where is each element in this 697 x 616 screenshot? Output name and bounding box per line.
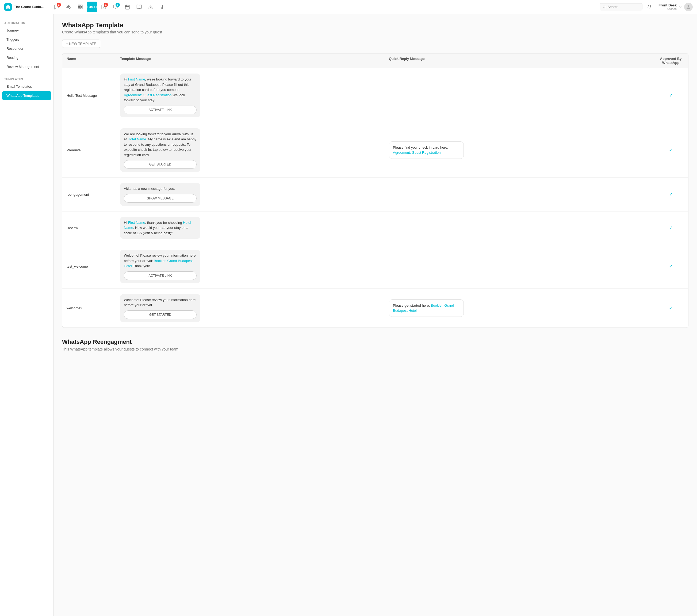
hotel-name: The Grand Budape... [14,5,46,9]
quick-reply-bubble-5: Please get started here: Booklet: Grand … [389,299,464,317]
msg-link-fn[interactable]: First Name [128,221,145,225]
table-row: Review Hi First Name, thank you for choo… [62,211,688,245]
svg-rect-3 [78,7,80,9]
template-name-0: Hello Test Message [66,94,97,97]
message-bubble-2: Akia has a new message for you. SHOW MES… [120,183,200,206]
new-template-button[interactable]: + NEW TEMPLATE [62,40,100,48]
row-name: Prearrival [62,148,116,152]
page-subtitle: Create WhatsApp templates that you can s… [62,30,688,34]
reengagement-title: WhatsApp Reengagment [62,339,688,345]
sidebar-item-triggers[interactable]: Triggers [2,35,51,44]
messages-nav-btn[interactable]: 1 [51,2,62,12]
page-header: WhatsApp Template Create WhatsApp templa… [62,21,688,34]
get-started-btn-5[interactable]: GET STARTED [124,311,196,319]
guests-nav-btn[interactable] [63,2,74,12]
reengagement-section: WhatsApp Reengagment This WhatsApp templ… [62,339,688,351]
quick-link-5[interactable]: Booklet: Grand Budapest Hotel [393,303,454,313]
download-nav-btn[interactable] [146,2,156,12]
sidebar-item-journey[interactable]: Journey [2,26,51,35]
msg-link[interactable]: First Name [128,77,145,81]
logo-icon [4,3,12,11]
th-quick-reply: Quick Reply Message [385,54,653,68]
sidebar-item-routing[interactable]: Routing [2,53,51,62]
tasks-badge: 1 [104,3,108,7]
page-title: WhatsApp Template [62,21,688,29]
chevron-down-icon [679,5,682,9]
sidebar-item-email-templates[interactable]: Email Templates [2,82,51,91]
reengagement-subtitle: This WhatsApp template allows your guest… [62,347,688,351]
row-name: Review [62,226,116,230]
row-name: reengagement [62,192,116,196]
svg-rect-1 [78,5,80,6]
search-input[interactable] [607,5,639,9]
svg-point-15 [603,5,605,8]
approved-1: ✓ [653,147,688,153]
user-role: Kitchen [658,7,677,11]
nav-search: Front Desk Kitchen [599,2,693,12]
book-nav-btn[interactable] [134,2,145,12]
check-icon-5: ✓ [669,305,673,311]
quick-reply-1: Please find your check in card here: Agr… [385,141,653,159]
layout: AUTOMATION Journey Triggers Responder Ro… [0,0,697,616]
sidebar-item-responder[interactable]: Responder [2,44,51,53]
template-name-5: welcome2 [66,306,83,310]
get-started-btn-1[interactable]: GET STARTED [124,160,196,169]
message-bubble-1: We are looking forward to your arrival w… [120,128,200,172]
message-bubble-3: Hi First Name, thank you for choosing Ho… [120,217,200,239]
user-text: Front Desk Kitchen [658,3,677,11]
notif-badge: 8 [116,3,120,7]
sidebar-item-review[interactable]: Review Management [2,62,51,71]
template-name-3: Review [66,226,78,230]
template-message-5: Welcome! Please review your information … [116,294,385,322]
msg-link-booklet[interactable]: Booklet: Grand Budapest Hotel [124,259,193,268]
svg-rect-4 [81,7,83,9]
automation-section-label: AUTOMATION [0,19,53,26]
avatar-icon [686,4,691,10]
nav-icons: 1 AUTOMATION 1 8 [51,2,168,12]
search-box[interactable] [599,3,642,11]
quick-reply-5: Please get started here: Booklet: Grand … [385,299,653,317]
notif-nav-btn[interactable]: 8 [110,2,121,12]
check-icon-4: ✓ [669,264,673,269]
messages-badge: 1 [57,3,61,7]
msg-link-hotel[interactable]: Hotel Name [128,137,146,141]
chart-nav-btn[interactable] [157,2,168,12]
tasks-nav-btn[interactable]: 1 [99,2,109,12]
table-row: welcome2 Welcome! Please review your inf… [62,289,688,328]
row-name: welcome2 [62,306,116,310]
quick-link-1[interactable]: Agreement: Guest Registration [393,151,441,154]
templates-section-label: TEMPLATES [0,75,53,82]
template-message-4: Welcome! Please review your information … [116,250,385,283]
th-template-message: Template Message [116,54,385,68]
show-message-btn[interactable]: SHOW MESSAGE [124,194,196,202]
svg-point-0 [67,5,69,7]
logo[interactable]: The Grand Budape... [4,3,46,11]
msg-link-2[interactable]: Agreement: Guest Registration [124,93,172,97]
table-row: Hello Test Message Hi First Name, we're … [62,68,688,123]
search-icon [603,5,606,9]
sidebar-item-whatsapp-templates[interactable]: WhatsApp Templates [2,91,51,100]
approved-4: ✓ [653,264,688,269]
template-table: Name Template Message Quick Reply Messag… [62,53,688,328]
message-bubble-4: Welcome! Please review your information … [120,250,200,283]
activate-link-btn-0[interactable]: ACTIVATE LINK [124,106,196,114]
svg-rect-2 [81,5,83,6]
check-icon-2: ✓ [669,192,673,197]
template-name-1: Prearrival [66,148,81,152]
activate-link-btn-4[interactable]: ACTIVATE LINK [124,271,196,280]
user-info[interactable]: Front Desk Kitchen [658,3,693,11]
th-approved: Approved By WhatsApp [653,54,688,68]
svg-line-16 [605,7,606,8]
top-nav: The Grand Budape... 1 AUTOMATION 1 8 [0,0,697,14]
automation-nav-btn[interactable]: AUTOMATION [87,2,98,12]
bell-btn[interactable] [644,2,654,12]
table-row: Prearrival We are looking forward to you… [62,123,688,178]
template-name-4: test_welcome [66,265,88,268]
approved-0: ✓ [653,92,688,99]
template-message-3: Hi First Name, thank you for choosing Ho… [116,217,385,239]
user-name: Front Desk [658,3,677,7]
quick-reply-bubble-1: Please find your check in card here: Agr… [389,141,464,159]
template-message-1: We are looking forward to your arrival w… [116,128,385,172]
message-bubble-5: Welcome! Please review your information … [120,294,200,322]
calendar-nav-btn[interactable] [122,2,133,12]
